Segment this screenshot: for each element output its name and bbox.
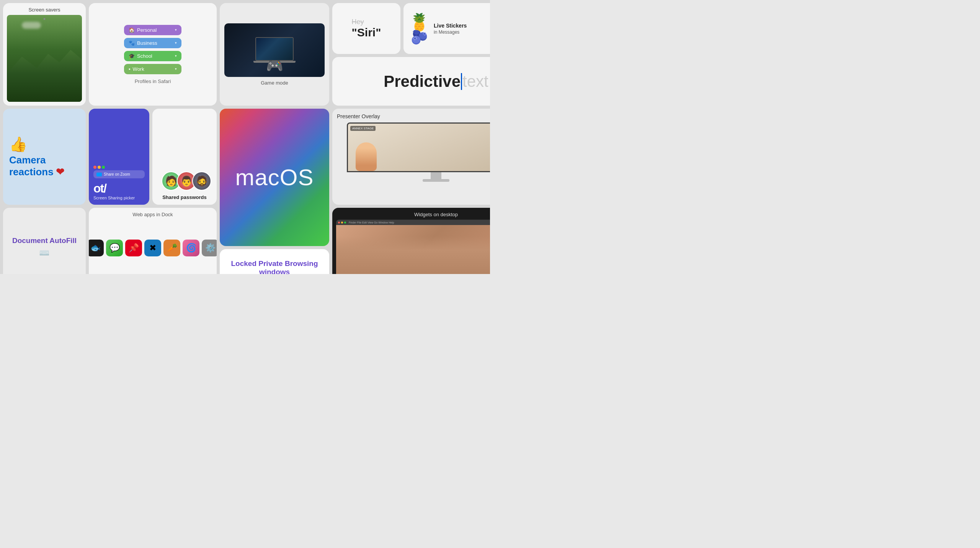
photo-person: [336, 236, 490, 274]
predictive-card: Predictive text: [332, 57, 490, 106]
stickers-title: Live Stickers: [434, 23, 467, 29]
text-cursor: [461, 73, 462, 90]
widgets-card: Widgets on desktop Finder File Edit View…: [332, 208, 490, 274]
autofill-icon: ⌨️: [39, 248, 49, 258]
shared-passwords-card: 🧑 👨 🧔 Shared passwords: [152, 109, 217, 205]
autofill-text: Document AutoFill: [12, 236, 77, 245]
messages-icon: 💬: [106, 240, 123, 256]
profile-personal-icon: 🏠: [129, 27, 135, 33]
chevron-down-icon: ▾: [175, 28, 177, 32]
screen-sharing-card: Share on Zoom ot/ Screen Sharing picker: [89, 109, 149, 205]
gamemode-card: 🎮 Game mode: [220, 3, 329, 106]
sharing-logo-icon: ot/: [93, 181, 106, 196]
share-on-zoom-popup: Share on Zoom: [93, 170, 145, 178]
screensavers-card: Screen savers: [3, 3, 86, 106]
screensaver-preview: [7, 15, 82, 102]
confluence-icon: ✖: [144, 240, 161, 256]
document-autofill-card: Document AutoFill ⌨️: [3, 208, 86, 274]
presenter-content: ANNEX STAGE: [348, 124, 490, 171]
profile-business-icon: 🐾: [129, 40, 135, 46]
stickers-card: 🍍 🫐 Live Stickers in Messages: [403, 3, 490, 54]
annex-stage-badge: ANNEX STAGE: [350, 126, 376, 131]
widgets-preview: Finder File Edit View Go Window Help Luc…: [336, 220, 490, 274]
mango-icon: 🌀: [183, 240, 199, 256]
profile-work-label: Work: [133, 66, 144, 72]
chevron-down-icon: ▾: [175, 67, 177, 71]
thumbs-up-icon: 👍: [9, 136, 27, 153]
profile-work-btn[interactable]: ▪ Work ▾: [124, 64, 181, 74]
locked-browsing-card: Locked Private Browsing windows: [220, 249, 329, 274]
finder-icon: 🐟: [89, 240, 104, 256]
avatar-3: 🧔: [192, 171, 211, 191]
presenter-overlay-label: Presenter Overlay: [337, 113, 380, 119]
chevron-down-icon: ▾: [175, 41, 177, 45]
sharing-label: Screen Sharing picker: [93, 196, 135, 200]
predictive-word2: text: [462, 72, 488, 91]
widgets-label: Widgets on desktop: [336, 212, 490, 217]
close-button-icon: [338, 222, 340, 223]
reactions-title-line1: Camera: [9, 154, 46, 166]
macos-hero-card: macOS: [220, 109, 329, 246]
carrot-icon: 🥕: [163, 240, 180, 256]
profile-business-label: Business: [137, 40, 157, 46]
finder-menubar: Finder File Edit View Go Window Help: [336, 220, 490, 225]
monitor-base: [423, 179, 449, 182]
stickers-label-wrap: Live Stickers in Messages: [434, 23, 467, 35]
heart-icon: ❤: [56, 166, 64, 178]
gamemode-preview: 🎮: [224, 23, 325, 77]
desktop-photo: [336, 225, 490, 274]
zoom-icon: [96, 173, 102, 176]
window-controls: [93, 166, 105, 169]
reactions-title-line2: reactions ❤: [9, 166, 64, 178]
screensavers-title: Screen savers: [28, 7, 60, 13]
profile-personal-label: Personal: [137, 27, 157, 33]
stickers-subtitle: in Messages: [434, 29, 467, 35]
presenter-screen: ANNEX STAGE: [347, 122, 490, 172]
siri-hey-text: Hey: [352, 18, 381, 26]
reactions-card: 👍 Camera reactions ❤: [3, 109, 86, 205]
predictive-word1: Predictive: [384, 72, 461, 91]
share-on-zoom-text: Share on Zoom: [104, 172, 130, 176]
profile-work-icon: ▪: [129, 66, 131, 72]
presenter-overlay-card: Presenter Overlay ANNEX STAGE: [332, 109, 490, 205]
monitor-stand: [431, 172, 441, 179]
maximize-dot: [102, 166, 105, 169]
pinterest-icon: 📌: [125, 240, 142, 256]
siri-text-wrap: Hey "Siri": [352, 18, 381, 39]
webapps-card: Web apps in Dock 🐟 💬 📌 ✖ 🥕 🌀 ⚙️: [89, 208, 217, 274]
presenter-person: [356, 142, 377, 171]
siri-card: Hey "Siri": [332, 3, 400, 54]
duck-sticker: 🫐: [411, 29, 428, 45]
profile-school-label: School: [137, 53, 152, 59]
gamemode-label: Game mode: [261, 80, 288, 86]
predictive-text-display: Predictive text: [384, 72, 488, 91]
presenter-monitor: ANNEX STAGE: [347, 122, 490, 200]
siri-name-text: "Siri": [352, 26, 381, 39]
profile-school-icon: 🎓: [129, 53, 135, 59]
avatars-row: 🧑 👨 🧔: [162, 171, 207, 191]
gamepad-icon: 🎮: [266, 58, 283, 74]
chevron-down-icon: ▾: [175, 54, 177, 58]
fullscreen-button-icon: [344, 222, 346, 223]
webapps-label: Web apps in Dock: [132, 212, 173, 217]
close-dot: [93, 166, 96, 169]
widgets-main-content: Lucid Air 469mi MONDAY 5 Set up lighting…: [336, 225, 490, 274]
profiles-card: 🏠 Personal ▾ 🐾 Business ▾ 🎓 School ▾ ▪ W…: [89, 3, 217, 106]
minimize-dot: [98, 166, 101, 169]
profile-personal-btn[interactable]: 🏠 Personal ▾: [124, 25, 181, 35]
profile-school-btn[interactable]: 🎓 School ▾: [124, 51, 181, 61]
profiles-label: Profiles in Safari: [135, 78, 171, 84]
shared-passwords-label: Shared passwords: [162, 194, 207, 200]
locked-browsing-text: Locked Private Browsing windows: [220, 259, 329, 274]
sticker-emojis: 🍍 🫐: [409, 12, 430, 45]
settings-icon: ⚙️: [202, 240, 217, 256]
minimize-button-icon: [341, 222, 343, 223]
dock-icons: 🐟 💬 📌 ✖ 🥕 🌀 ⚙️: [89, 240, 217, 256]
finder-menubar-text: Finder File Edit View Go Window Help: [349, 221, 394, 224]
macos-label: macOS: [235, 164, 314, 191]
profile-business-btn[interactable]: 🐾 Business ▾: [124, 38, 181, 48]
